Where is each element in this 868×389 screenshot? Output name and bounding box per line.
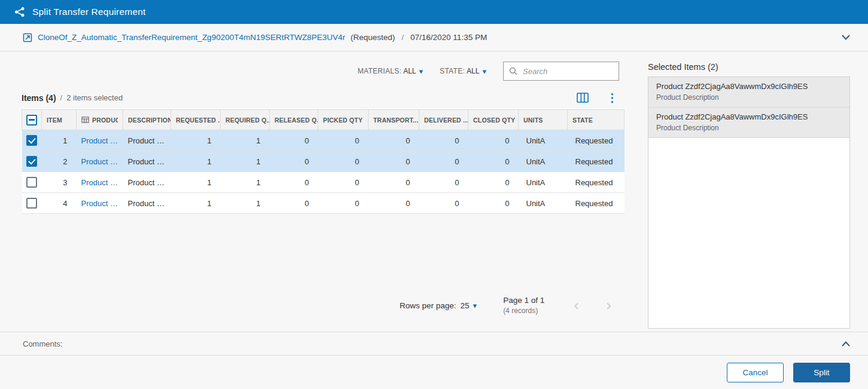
transfer-requirement-link[interactable]: CloneOf_Z_Automatic_TransferRequirement_… [38,33,345,42]
cell-item: 3 [42,172,77,193]
cell-state: Requested [568,130,625,151]
page-title: Split Transfer Requirement [32,7,146,17]
cell-closed-qty: 0 [468,172,519,193]
table-row[interactable]: 3 Product Zzdf2CjagAa8VawwmDx9cIGlh9ES P… [22,172,625,193]
previous-page-chevron-icon[interactable]: ‹ [571,298,581,313]
materials-filter-label: MATERIALS: [358,67,401,75]
caret-down-icon: ▾ [473,302,477,310]
col-header-required[interactable]: REQUIRED Q... [221,110,270,130]
cell-product: Product Zzdf2CjagAa8VawwmDx9cIGlh9ES [77,130,123,151]
product-link[interactable]: Product Zzdf2CjagAa8VawwmDx9cIGlh9ES [81,199,118,208]
share-icon [14,7,25,17]
comments-collapse-chevron-up-icon[interactable] [839,339,852,349]
selected-items-panel[interactable]: Product Zzdf2CjagAa8VawwmDx9cIGlh9ES Pro… [648,76,850,329]
selected-item-name: Product Zzdf2CjagAa8VawwmDx9cIGlh9ES [656,82,842,91]
cell-picked-qty: 0 [318,130,368,151]
more-options-kebab-icon[interactable]: ⋮ [605,91,619,105]
caret-down-icon: ▾ [419,68,424,75]
cell-description: Product Description [123,193,171,214]
cell-transport-qty: 0 [368,151,419,172]
cell-delivered-qty: 0 [419,193,468,214]
col-header-requested[interactable]: REQUESTED ... [171,110,221,130]
rows-per-page-select[interactable]: 25 ▾ [461,301,477,310]
cell-closed-qty: 0 [468,130,519,151]
cell-delivered-qty: 0 [419,151,468,172]
cell-closed-qty: 0 [468,151,519,172]
comments-label: Comments: [23,339,62,348]
cell-picked-qty: 0 [318,172,368,193]
col-header-transport[interactable]: TRANSPORT... [368,110,419,130]
row-checkbox[interactable] [26,156,37,167]
main-content: MATERIALS: ALL ▾ STATE: ALL ▾ [0,51,868,332]
transfer-requirement-icon [23,33,32,42]
items-separator: / [60,93,63,102]
breadcrumb-separator: / [401,33,404,42]
search-icon [509,67,517,75]
state-filter[interactable]: STATE: ALL ▾ [440,67,486,75]
cell-released-qty: 0 [270,193,318,214]
cell-units: UnitA [519,130,568,151]
product-link[interactable]: Product Zzdf2CjagAa8VawwmDx9cIGlh9ES [81,136,118,145]
requirement-timestamp: 07/16/2020 11:35 PM [410,33,487,42]
table-actions: ⋮ [575,91,624,105]
column-settings-icon[interactable] [575,91,590,104]
cancel-button[interactable]: Cancel [727,363,784,382]
comments-section[interactable]: Comments: [0,332,868,356]
product-link[interactable]: Product Zzdf2CjagAa8VawwmDx9cIGlh9ES [81,178,118,187]
cell-delivered-qty: 0 [419,172,468,193]
rows-per-page-label: Rows per page: [400,301,456,310]
col-header-units[interactable]: UNITS [519,110,568,130]
items-section: MATERIALS: ALL ▾ STATE: ALL ▾ [22,61,624,332]
col-header-released[interactable]: RELEASED Q... [270,110,318,130]
product-link[interactable]: Product Zzdf2CjagAa8VawwmDx9cIGlh9ES [81,157,118,166]
col-header-picked[interactable]: PICKED QTY [318,110,368,130]
cell-closed-qty: 0 [468,193,519,214]
row-checkbox[interactable] [26,198,37,209]
cell-requested-qty: 1 [171,130,221,151]
page-nav: ‹ › [571,298,614,313]
breadcrumb: CloneOf_Z_Automatic_TransferRequirement_… [0,24,868,51]
materials-filter[interactable]: MATERIALS: ALL ▾ [358,67,423,75]
cell-item: 4 [42,193,77,214]
page-info: Page 1 of 1 (4 records) [503,295,544,316]
cell-product: Product Zzdf2CjagAa8VawwmDx9cIGlh9ES [77,172,123,193]
cell-product: Product Zzdf2CjagAa8VawwmDx9cIGlh9ES [77,151,123,172]
cell-required-qty: 1 [221,130,270,151]
cell-description: Product Description [123,151,171,172]
state-filter-value: ALL [467,67,479,75]
cell-released-qty: 0 [270,151,318,172]
selected-count-label: 2 items selected [66,93,123,102]
search-input[interactable] [522,66,613,76]
row-checkbox[interactable] [26,177,37,188]
col-header-closed[interactable]: CLOSED QTY [468,110,519,130]
table-row[interactable]: 4 Product Zzdf2CjagAa8VawwmDx9cIGlh9ES P… [22,193,625,214]
col-header-product[interactable]: PRODUCT [77,110,123,130]
pagination: Rows per page: 25 ▾ Page 1 of 1 (4 recor… [22,295,624,316]
next-page-chevron-icon[interactable]: › [604,298,614,313]
cell-delivered-qty: 0 [419,130,468,151]
selected-items-title: Selected Items (2) [648,62,850,72]
cell-released-qty: 0 [270,172,318,193]
selected-items-section: Selected Items (2) Product Zzdf2CjagAa8V… [648,61,850,332]
materials-filter-value: ALL [403,67,416,75]
cell-released-qty: 0 [270,130,318,151]
col-header-description[interactable]: DESCRIPTION [123,110,171,130]
header-collapse-chevron-down-icon[interactable] [839,32,852,42]
search-box [503,62,619,81]
cell-units: UnitA [519,151,568,172]
selected-item: Product Zzdf2CjagAa8VawwmDx9cIGlh9ES Pro… [648,77,849,108]
select-all-checkbox[interactable] [26,115,37,125]
col-header-item[interactable]: ITEM [42,110,77,130]
table-row[interactable]: 1 Product Zzdf2CjagAa8VawwmDx9cIGlh9ES P… [22,130,625,151]
col-header-delivered[interactable]: DELIVERED ... [419,110,468,130]
product-hierarchy-icon [81,117,89,123]
items-summary-row: Items (4) / 2 items selected ⋮ [22,91,624,105]
col-header-state[interactable]: STATE [568,110,625,130]
caret-down-icon: ▾ [482,68,486,75]
footer-actions: Cancel Split [0,356,868,389]
row-checkbox[interactable] [26,135,37,146]
cell-state: Requested [568,193,625,214]
cell-description: Product Description [123,130,171,151]
table-row[interactable]: 2 Product Zzdf2CjagAa8VawwmDx9cIGlh9ES P… [22,151,625,172]
split-button[interactable]: Split [793,363,850,382]
